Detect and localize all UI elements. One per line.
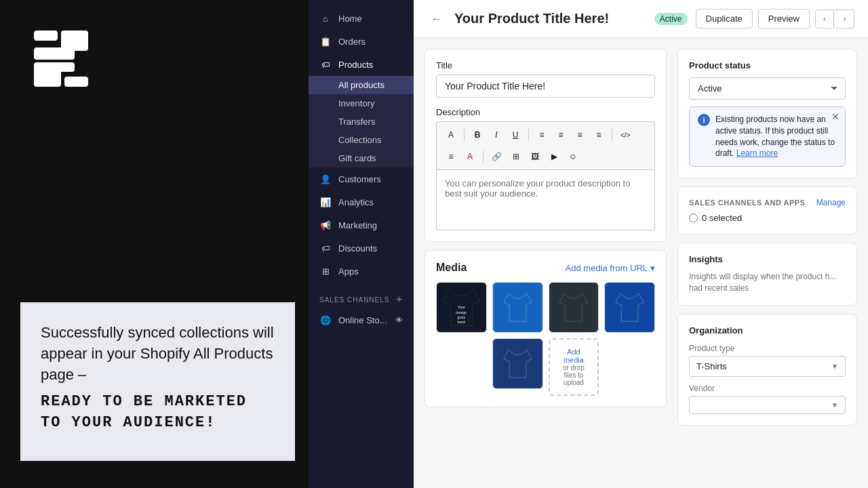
insights-text: Insights will display when the product h… — [689, 271, 846, 294]
sales-channels-header: SALES CHANNELS AND APPS Manage — [689, 198, 846, 207]
code-btn[interactable]: </> — [616, 126, 634, 144]
sidebar-subitem-transfers[interactable]: Transfers — [309, 113, 414, 131]
media-thumb-4[interactable] — [492, 338, 543, 389]
media-thumb-3[interactable] — [604, 282, 655, 333]
vendor-label: Vendor — [689, 384, 846, 393]
sales-channel-radio[interactable] — [689, 214, 698, 222]
color-btn[interactable]: A — [461, 148, 479, 165]
sidebar-label-marketing: Marketing — [338, 220, 377, 230]
info-banner: i Existing products now have an active s… — [689, 106, 846, 167]
media-thumb-2[interactable] — [549, 282, 599, 333]
media-upload-placeholder[interactable]: Add media or drop files to upload — [549, 338, 599, 396]
separator-4 — [483, 150, 484, 163]
sidebar-item-marketing[interactable]: 📢 Marketing — [309, 214, 414, 237]
bold-btn[interactable]: B — [469, 126, 486, 144]
ul-btn[interactable]: ≡ — [533, 126, 551, 144]
sidebar-label-online-store: Online Sto... — [338, 315, 387, 325]
sales-channel-selection: 0 selected — [689, 213, 846, 223]
preview-button[interactable]: Preview — [758, 9, 810, 28]
sidebar-item-online-store[interactable]: 🌐 Online Sto... 👁 — [309, 308, 414, 331]
add-media-url-label: Add media from URL — [566, 263, 648, 273]
description-editor[interactable]: You can personalize your product descrip… — [436, 169, 655, 230]
sidebar-item-products[interactable]: 🏷 Products — [309, 53, 414, 76]
online-store-icon: 🌐 — [319, 314, 332, 326]
next-arrow[interactable]: › — [835, 9, 854, 28]
info-icon: i — [698, 114, 710, 126]
product-info-card: Title Description A B I U ≡ — [425, 49, 667, 242]
product-status-select[interactable]: Active Draft — [689, 77, 846, 100]
vendor-input[interactable]: ▼ — [689, 396, 846, 414]
product-type-value: T-Shirts — [696, 361, 727, 371]
vendor-arrow-icon: ▼ — [831, 401, 838, 409]
center-column: Title Description A B I U ≡ — [425, 49, 667, 477]
emoji-btn[interactable]: ☺ — [564, 148, 582, 165]
topbar: ← Your Product Title Here! Active Duplic… — [414, 0, 868, 38]
outdent-btn[interactable]: ≡ — [590, 126, 608, 144]
home-icon: ⌂ — [319, 12, 332, 24]
duplicate-button[interactable]: Duplicate — [696, 9, 753, 28]
prev-arrow[interactable]: ‹ — [815, 9, 834, 28]
main-content: ← Your Product Title Here! Active Duplic… — [414, 0, 868, 488]
sidebar-item-apps[interactable]: ⊞ Apps — [309, 260, 414, 283]
video-btn[interactable]: ▶ — [545, 148, 563, 165]
sidebar-subitem-inventory[interactable]: Inventory — [309, 94, 414, 113]
italic-btn[interactable]: I — [488, 126, 505, 144]
sidebar-item-analytics[interactable]: 📊 Analytics — [309, 190, 414, 214]
svg-text:Your: Your — [458, 305, 465, 309]
media-thumb-main[interactable]: Your design goes here! — [436, 282, 487, 333]
content-area: Title Description A B I U ≡ — [414, 38, 868, 488]
back-button[interactable]: ← — [427, 9, 446, 28]
indent-btn[interactable]: ≡ — [571, 126, 589, 144]
font-dropdown-btn[interactable]: A — [442, 126, 460, 144]
apps-icon: ⊞ — [319, 265, 332, 277]
info-close-btn[interactable]: ✕ — [831, 111, 840, 122]
promo-line1: Successfully synced collections will app… — [41, 323, 275, 385]
insights-title: Insights — [689, 254, 846, 264]
sidebar-subitem-all-products[interactable]: All products — [309, 76, 414, 94]
sidebar-item-home[interactable]: ⌂ Home — [309, 7, 414, 30]
svg-text:here!: here! — [457, 320, 466, 324]
promo-line2: READY TO BE MARKETED TO YOUR AUDIENCE! — [41, 392, 275, 434]
separator-3 — [612, 129, 612, 141]
sidebar-item-discounts[interactable]: 🏷 Discounts — [309, 237, 414, 260]
svg-rect-2 — [34, 47, 75, 60]
sidebar-item-customers[interactable]: 👤 Customers — [309, 167, 414, 190]
sidebar-item-orders[interactable]: 📋 Orders — [309, 30, 414, 53]
promo-text-box: Successfully synced collections will app… — [20, 302, 295, 461]
tshirt-thumb1-svg — [499, 289, 536, 326]
media-thumb-1[interactable] — [492, 282, 543, 333]
learn-more-link[interactable]: Learn more — [736, 148, 778, 158]
organization-title: Organization — [689, 325, 846, 336]
nav-arrows: ‹ › — [815, 9, 854, 28]
visibility-icon[interactable]: 👁 — [395, 316, 403, 324]
title-input[interactable] — [436, 75, 655, 98]
table-btn[interactable]: ⊞ — [507, 148, 525, 165]
customers-icon: 👤 — [319, 173, 332, 185]
center-btn[interactable]: ≡ — [552, 126, 570, 144]
align-dropdown-btn[interactable]: ≡ — [442, 148, 460, 165]
manage-link[interactable]: Manage — [816, 198, 846, 207]
description-label: Description — [436, 107, 655, 117]
sales-channels-card: SALES CHANNELS AND APPS Manage 0 selecte… — [677, 186, 857, 235]
sales-channels-title: SALES CHANNELS AND APPS — [689, 199, 805, 207]
sidebar-subitem-gift-cards[interactable]: Gift cards — [309, 149, 414, 167]
sidebar-subitem-collections[interactable]: Collections — [309, 131, 414, 149]
sidebar-label-apps: Apps — [338, 266, 359, 277]
discounts-icon: 🏷 — [319, 242, 332, 254]
link-btn[interactable]: 🔗 — [488, 148, 506, 165]
toolbar-row-2: ≡ A 🔗 ⊞ 🖼 ▶ ☺ — [442, 146, 649, 167]
toolbar-row-1: A B I U ≡ ≡ ≡ ≡ </> — [442, 125, 649, 145]
product-type-input[interactable]: T-Shirts ▼ — [689, 356, 846, 377]
sidebar-label-customers: Customers — [338, 174, 381, 184]
underline-btn[interactable]: U — [507, 126, 524, 144]
selected-count: 0 selected — [702, 213, 742, 223]
add-sales-channel-btn[interactable]: + — [396, 293, 403, 306]
image-btn[interactable]: 🖼 — [526, 148, 544, 165]
sidebar-label-products: Products — [338, 60, 373, 70]
sidebar: ⌂ Home 📋 Orders 🏷 Products All products … — [309, 0, 414, 488]
media-grid: Your design goes here! — [436, 282, 655, 396]
add-media-url-btn[interactable]: Add media from URL ▾ — [566, 263, 655, 273]
svg-rect-1 — [34, 30, 58, 41]
upload-label: Add media — [558, 348, 590, 364]
tshirt-thumb4-svg — [499, 345, 536, 382]
